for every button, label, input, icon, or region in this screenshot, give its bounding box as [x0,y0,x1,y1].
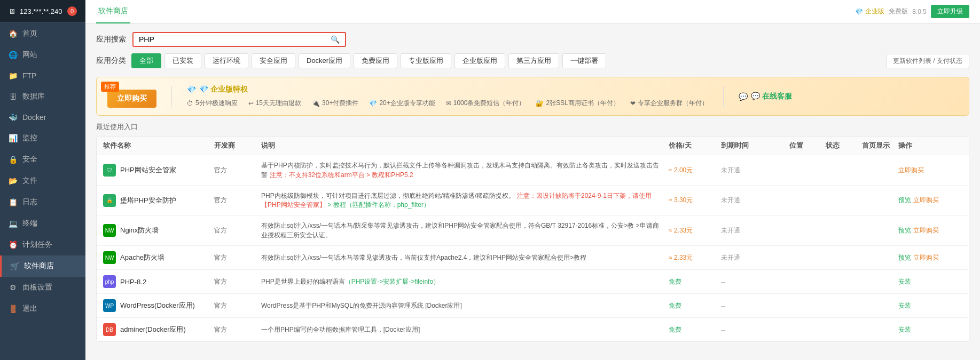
vendor-cell: 官方 [214,196,257,205]
install-button[interactable]: 安装 [898,278,911,285]
top-bar: 软件商店 💎 企业版 免费版 8.0.5 立即升级 [85,0,980,23]
tab-appstore[interactable]: 软件商店 [96,0,130,23]
expire-cell: -- [721,326,785,334]
preview-button[interactable]: 预览 [898,196,911,204]
desc-cell: PHP内核级防御模块，可针对项目进行底层过滤，彻底杜绝跨站/精准防渗透/稀疏防提… [261,191,664,210]
appstore-icon: 🛒 [10,262,19,270]
promotion-banner: 推荐 立即购买 💎 💎 企业版特权 ⏱5分钟极速响应↩15天无理由退款🔌30+付… [96,77,969,116]
buy-button[interactable]: 立即购买 [913,227,939,234]
sidebar-item-security[interactable]: 🔒 安全 [0,149,85,170]
sidebar-item-logs[interactable]: 📋 日志 [0,191,85,213]
desc-link[interactable]: （PHP设置->安装扩展->fileinfo） [345,278,440,285]
sidebar-item-logout[interactable]: 🚪 退出 [0,298,85,319]
action-cell: 预览 立即购买 [898,253,962,262]
expire-cell: 未开通 [721,253,785,262]
table-row: 🔒 堡塔PHP安全防护 官方PHP内核级防御模块，可针对项目进行底层过滤，彻底杜… [97,186,969,215]
preview-button[interactable]: 预览 [898,254,911,261]
banner-feature: ↩15天无理由退款 [248,99,301,108]
search-icon[interactable]: 🔍 [331,35,340,44]
terminal-icon: 💻 [9,219,17,228]
expire-cell: 未开通 [721,166,785,175]
category-btn-enterprise[interactable]: 企业版应用 [454,53,505,68]
search-input[interactable] [139,35,331,44]
feature-text: 1000条免费短信（年付） [453,99,526,108]
recently-used-label: 最近使用入口 [96,122,969,132]
search-row: 应用搜索 🔍 [96,32,969,47]
table-row: WP WordPress(Docker应用) 官方WordPress是基于PHP… [97,294,969,318]
table-column-header: 软件名称 [103,141,210,150]
price-cell: ≈ 2.33元 [669,253,717,262]
expire-text: 未开通 [721,166,740,174]
buy-button[interactable]: 立即购买 [913,196,939,204]
category-btn-pro[interactable]: 专业版应用 [401,53,451,68]
files-icon: 📂 [9,177,17,185]
price-cell: 免费 [669,301,717,310]
app-name-cell: php PHP-8.2 [103,275,210,288]
app-table: 软件名称开发商说明价格/天到期时间位置状态首页显示操作 🛡 PHP网站安全管家 … [96,136,969,342]
upgrade-button[interactable]: 立即升级 [931,5,969,18]
banner-enterprise-section: 💎 💎 企业版特权 ⏱5分钟极速响应↩15天无理由退款🔌30+付费插件💎20+企… [187,85,708,108]
chat-icon: 💬 [739,92,748,101]
sidebar-item-docker[interactable]: 🐳 Docker [0,107,85,127]
desc-cell: PHP是世界上最好的编程语言（PHP设置->安装扩展->fileinfo） [261,277,664,286]
search-input-wrap: 🔍 [132,32,346,47]
app-icon: NW [103,251,116,264]
desc-text: 有效防止sql注入/xss/一句话木马/防采集等常见渗透攻击，建议和PHP网站安… [261,222,659,239]
recommend-label: 推荐 [101,82,119,92]
category-btn-runtime[interactable]: 运行环境 [205,53,248,68]
install-button[interactable]: 安装 [898,302,911,309]
desc-warning: 注意：不支持32位系统和arm平台 > 教程和PHP5.2 [270,171,413,179]
sidebar-item-files[interactable]: 📂 文件 [0,170,85,191]
category-btn-security[interactable]: 安全应用 [252,53,295,68]
desc-text: PHP内核级防御模块，可针对项目进行底层过滤，彻底杜绝跨站/精准防渗透/稀疏防提… [261,192,515,199]
table-column-header: 操作 [898,141,962,150]
sidebar-item-label: 面板设置 [22,283,52,292]
desc-text: 一个用PHP编写的全功能数据库管理工具，[Docker应用] [261,326,420,333]
sidebar-item-database[interactable]: 🗄 数据库 [0,86,85,107]
category-btn-deploy[interactable]: 一键部署 [562,53,606,68]
category-btn-installed[interactable]: 已安装 [164,53,201,68]
sidebar-item-panel[interactable]: ⚙ 面板设置 [0,277,85,298]
category-btn-free[interactable]: 免费应用 [354,53,397,68]
feature-icon: 💎 [369,100,377,107]
install-button[interactable]: 安装 [898,326,911,333]
server-icon: 🖥 [9,7,15,15]
search-label: 应用搜索 [96,35,126,44]
category-btn-docker[interactable]: Docker应用 [299,53,350,68]
category-btn-all[interactable]: 全部 [131,53,161,68]
sidebar-item-terminal[interactable]: 💻 终端 [0,213,85,234]
buy-now-button[interactable]: 立即购买 [107,90,156,108]
feature-text: 专享企业服务群（年付） [638,99,708,108]
category-btn-third[interactable]: 第三方应用 [508,53,559,68]
enterprise-label: 企业版 [865,7,884,16]
server-address: 123.***.**.240 [20,7,62,15]
feature-text: 20+企业版专享功能 [379,99,435,108]
banner-feature: 🔌30+付费插件 [312,99,358,108]
vendor-cell: 官方 [214,277,257,286]
buy-button[interactable]: 立即购买 [913,254,939,261]
sidebar-item-cron[interactable]: ⏰ 计划任务 [0,234,85,255]
desc-cell: WordPress是基于PHP和MySQL的免费开源内容管理系统 [Docker… [261,301,664,310]
sidebar-header: 🖥 123.***.**.240 0 [0,0,85,23]
sidebar-item-home[interactable]: 🏠 首页 [0,23,85,44]
action-cell: 安装 [898,325,962,334]
price-cell: 免费 [669,325,717,334]
expire-text: -- [721,326,725,334]
update-list-button[interactable]: 更新软件列表 / 支付状态 [886,54,969,68]
action-cell: 预览 立即购买 [898,226,962,235]
top-bar-right: 💎 企业版 免费版 8.0.5 立即升级 [855,5,969,18]
logs-icon: 📋 [9,198,17,206]
free-label: 免费版 [889,7,908,16]
sidebar-item-website[interactable]: 🌐 网站 [0,44,85,66]
preview-button[interactable]: 预览 [898,227,911,234]
action-button[interactable]: 立即购买 [898,166,924,174]
desc-cell: 基于PHP内核防护，实时监控技术马行为，默认拦截文件上传等各种漏洞攻击，发现木马… [261,161,664,180]
table-column-header: 状态 [826,141,858,150]
sidebar-item-ftp[interactable]: 📁 FTP [0,66,85,86]
sidebar-item-monitor[interactable]: 📊 监控 [0,127,85,149]
expire-text: 未开通 [721,227,740,234]
expire-text: -- [721,302,725,310]
sidebar-item-appstore[interactable]: 🛒 软件商店 [0,255,85,277]
app-icon: DB [103,323,116,336]
sidebar-item-label: 软件商店 [24,261,54,271]
